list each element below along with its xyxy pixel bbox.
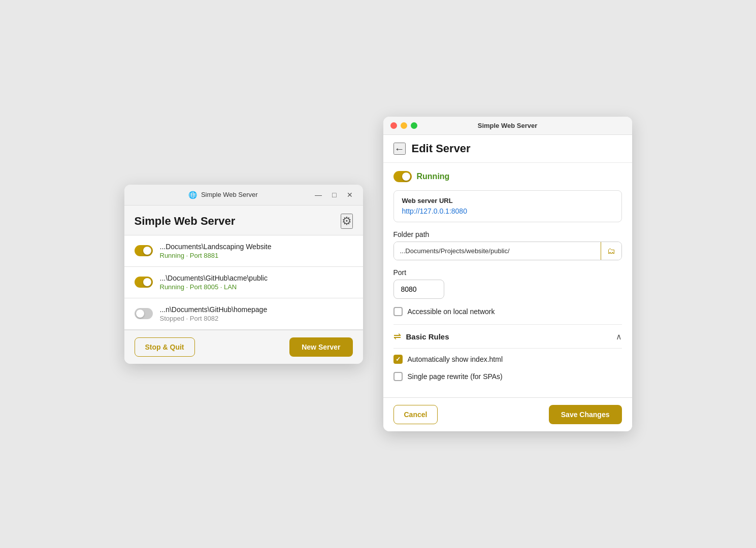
server-toggle-server-3[interactable] bbox=[135, 308, 153, 319]
server-status: Running · Port 8881 bbox=[160, 252, 353, 259]
url-box: Web server URL http://127.0.0.1:8080 bbox=[393, 190, 622, 222]
server-toggle[interactable] bbox=[393, 171, 412, 182]
toggle-thumb bbox=[402, 173, 410, 181]
server-url-link[interactable]: http://127.0.0.1:8080 bbox=[402, 207, 467, 215]
rule-row-0: Automatically show index.html bbox=[393, 355, 622, 364]
cancel-button[interactable]: Cancel bbox=[393, 405, 438, 424]
maximize-button[interactable]: □ bbox=[329, 190, 339, 200]
server-status: Stopped · Port 8082 bbox=[160, 315, 353, 322]
browse-folder-button[interactable]: 🗂 bbox=[601, 242, 621, 260]
chevron-up-icon: ∧ bbox=[616, 332, 622, 341]
right-body: Running Web server URL http://127.0.0.1:… bbox=[383, 163, 632, 397]
server-path: ...Documents\Landscaping Website bbox=[160, 243, 353, 251]
app-icon: 🌐 bbox=[188, 191, 197, 199]
folder-icon: 🗂 bbox=[607, 247, 615, 256]
server-info: ...\Documents\GitHub\acme\publicRunning … bbox=[160, 274, 353, 291]
left-titlebar: 🌐 Simple Web Server — □ ✕ bbox=[124, 185, 363, 206]
save-changes-button[interactable]: Save Changes bbox=[549, 405, 622, 424]
toggle-thumb bbox=[143, 278, 151, 286]
edit-server-title: Edit Server bbox=[412, 142, 471, 155]
server-path: ...n\Documents\GitHub\homepage bbox=[160, 305, 353, 314]
running-status-text: Running bbox=[417, 172, 450, 181]
rule-checkbox-1[interactable] bbox=[393, 372, 403, 381]
stop-quit-button[interactable]: Stop & Quit bbox=[135, 337, 195, 357]
left-titlebar-title: Simple Web Server bbox=[201, 191, 258, 198]
rule-label-1: Single page rewrite (for SPAs) bbox=[408, 372, 503, 381]
server-item[interactable]: ...\Documents\GitHub\acme\publicRunning … bbox=[124, 267, 363, 298]
left-window: 🌐 Simple Web Server — □ ✕ Simple Web Ser… bbox=[124, 185, 363, 364]
rules-divider bbox=[393, 348, 622, 349]
back-button[interactable]: ← bbox=[393, 143, 406, 155]
rule-row-1: Single page rewrite (for SPAs) bbox=[393, 372, 622, 381]
minimize-dot[interactable] bbox=[401, 122, 407, 129]
maximize-dot[interactable] bbox=[411, 122, 417, 129]
port-label: Port bbox=[393, 268, 622, 277]
lan-checkbox-row: Accessible on local network bbox=[393, 307, 622, 316]
right-header: ← Edit Server bbox=[383, 135, 632, 163]
lan-checkbox[interactable] bbox=[393, 307, 403, 316]
right-footer: Cancel Save Changes bbox=[383, 397, 632, 431]
left-header: Simple Web Server ⚙ bbox=[124, 206, 363, 235]
server-list: ...Documents\Landscaping WebsiteRunning … bbox=[124, 235, 363, 330]
folder-path-label: Folder path bbox=[393, 230, 622, 238]
win-controls-right[interactable]: — □ ✕ bbox=[312, 190, 355, 200]
toggle-thumb bbox=[143, 247, 151, 255]
lan-checkbox-label: Accessible on local network bbox=[408, 307, 495, 316]
url-box-label: Web server URL bbox=[402, 197, 613, 204]
server-toggle-server-1[interactable] bbox=[135, 245, 153, 256]
folder-input-row: 🗂 bbox=[393, 242, 622, 260]
sliders-icon: ⇌ bbox=[393, 331, 401, 342]
server-item[interactable]: ...n\Documents\GitHub\homepageStopped · … bbox=[124, 298, 363, 330]
rules-list: Automatically show index.htmlSingle page… bbox=[393, 355, 622, 381]
right-window: Simple Web Server ← Edit Server Running … bbox=[383, 117, 632, 431]
basic-rules-section[interactable]: ⇌ Basic Rules ∧ bbox=[393, 331, 622, 342]
section-divider bbox=[393, 324, 622, 325]
mac-window-controls[interactable] bbox=[390, 122, 417, 129]
rule-checkbox-0[interactable] bbox=[393, 355, 403, 364]
toggle-thumb bbox=[136, 310, 144, 318]
left-footer: Stop & Quit New Server bbox=[124, 330, 363, 364]
new-server-button[interactable]: New Server bbox=[289, 337, 352, 357]
right-titlebar: Simple Web Server bbox=[383, 117, 632, 135]
server-toggle-server-2[interactable] bbox=[135, 277, 153, 288]
server-info: ...n\Documents\GitHub\homepageStopped · … bbox=[160, 305, 353, 322]
server-status: Running · Port 8005 · LAN bbox=[160, 283, 353, 291]
right-titlebar-title: Simple Web Server bbox=[478, 122, 538, 129]
close-button[interactable]: ✕ bbox=[344, 190, 356, 200]
status-row: Running bbox=[393, 171, 622, 182]
close-dot[interactable] bbox=[390, 122, 397, 129]
basic-rules-label: Basic Rules bbox=[406, 332, 611, 341]
minimize-button[interactable]: — bbox=[312, 190, 325, 200]
port-input[interactable] bbox=[393, 280, 444, 299]
rule-label-0: Automatically show index.html bbox=[408, 355, 503, 363]
server-path: ...\Documents\GitHub\acme\public bbox=[160, 274, 353, 282]
folder-path-input[interactable] bbox=[394, 242, 601, 260]
server-info: ...Documents\Landscaping WebsiteRunning … bbox=[160, 243, 353, 259]
left-app-title: Simple Web Server bbox=[135, 215, 236, 228]
settings-button[interactable]: ⚙ bbox=[341, 214, 353, 229]
server-item[interactable]: ...Documents\Landscaping WebsiteRunning … bbox=[124, 235, 363, 267]
